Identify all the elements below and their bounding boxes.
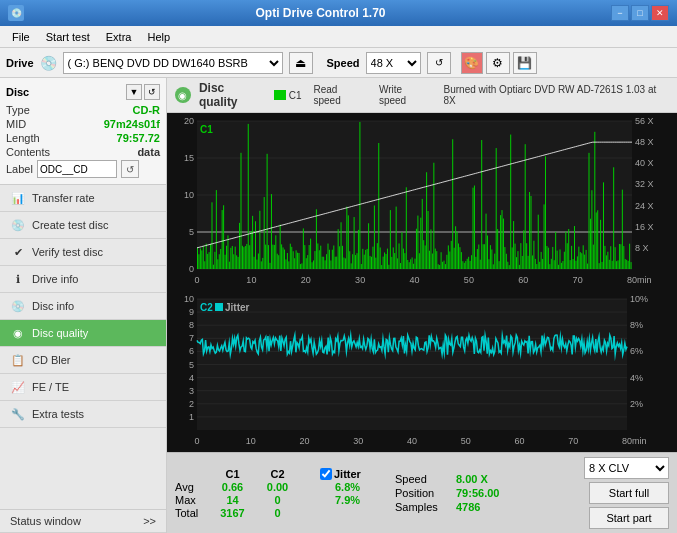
sidebar-item-label: CD Bler bbox=[32, 354, 71, 366]
refresh-speed-button[interactable]: ↺ bbox=[427, 52, 451, 74]
disc-menu-button[interactable]: ▼ bbox=[126, 84, 142, 100]
samples-value: 4786 bbox=[456, 501, 480, 513]
sidebar-menu: 📊 Transfer rate 💿 Create test disc ✔ Ver… bbox=[0, 185, 166, 428]
max-c1: 14 bbox=[210, 494, 255, 506]
titlebar: 💿 Opti Drive Control 1.70 − □ ✕ bbox=[0, 0, 677, 26]
write-speed-legend: Write speed bbox=[379, 84, 432, 106]
sidebar-item-label: Drive info bbox=[32, 273, 78, 285]
type-value: CD-R bbox=[133, 104, 161, 116]
save-button[interactable]: 💾 bbox=[513, 52, 537, 74]
speed-label: Speed bbox=[327, 57, 360, 69]
max-jitter: 7.9% bbox=[320, 494, 375, 506]
disc-refresh-button[interactable]: ↺ bbox=[144, 84, 160, 100]
label-label: Label bbox=[6, 163, 33, 175]
sidebar-item-label: Extra tests bbox=[32, 408, 84, 420]
length-value: 79:57.72 bbox=[117, 132, 160, 144]
drive-label: Drive bbox=[6, 57, 34, 69]
charts-area bbox=[167, 113, 677, 452]
sidebar-item-create-test-disc[interactable]: 💿 Create test disc bbox=[0, 212, 166, 239]
settings-button[interactable]: ⚙ bbox=[486, 52, 510, 74]
sidebar-item-label: Disc info bbox=[32, 300, 74, 312]
menu-start-test[interactable]: Start test bbox=[38, 29, 98, 45]
drive-icon: 💿 bbox=[40, 55, 57, 71]
sidebar-item-extra-tests[interactable]: 🔧 Extra tests bbox=[0, 401, 166, 428]
sidebar-item-disc-quality[interactable]: ◉ Disc quality bbox=[0, 320, 166, 347]
speed-info-value: 8.00 X bbox=[456, 473, 488, 485]
total-c1: 3167 bbox=[210, 507, 255, 519]
drive-select[interactable]: ( G:) BENQ DVD DD DW1640 BSRB bbox=[63, 52, 283, 74]
contents-label: Contents bbox=[6, 146, 50, 158]
jitter-header: Jitter bbox=[320, 468, 375, 480]
position-label: Position bbox=[395, 487, 450, 499]
transfer-rate-icon: 📊 bbox=[10, 190, 26, 206]
menu-extra[interactable]: Extra bbox=[98, 29, 140, 45]
sidebar: Disc ▼ ↺ Type CD-R MID 97m24s01f Length … bbox=[0, 78, 167, 533]
speed-clv-dropdown[interactable]: 8 X CLV bbox=[584, 457, 669, 479]
disc-quality-title: Disc quality bbox=[199, 81, 266, 109]
status-window-label: Status window bbox=[10, 515, 81, 527]
close-button[interactable]: ✕ bbox=[651, 5, 669, 21]
c1-header: C1 bbox=[210, 468, 255, 480]
sidebar-item-label: Transfer rate bbox=[32, 192, 95, 204]
menu-file[interactable]: File bbox=[4, 29, 38, 45]
speed-select[interactable]: 48 X bbox=[366, 52, 421, 74]
sidebar-item-disc-info[interactable]: 💿 Disc info bbox=[0, 293, 166, 320]
avg-jitter: 6.8% bbox=[320, 481, 375, 493]
speed-info-label: Speed bbox=[395, 473, 450, 485]
color-button[interactable]: 🎨 bbox=[461, 52, 483, 74]
verify-test-disc-icon: ✔ bbox=[10, 244, 26, 260]
sidebar-item-cd-bler[interactable]: 📋 CD Bler bbox=[0, 347, 166, 374]
sidebar-item-verify-test-disc[interactable]: ✔ Verify test disc bbox=[0, 239, 166, 266]
avg-c2: 0.00 bbox=[255, 481, 300, 493]
start-full-button[interactable]: Start full bbox=[589, 482, 669, 504]
app-icon: 💿 bbox=[8, 5, 24, 21]
contents-value: data bbox=[137, 146, 160, 158]
menubar: File Start test Extra Help bbox=[0, 26, 677, 48]
read-speed-legend: Read speed bbox=[313, 84, 366, 106]
disc-quality-header: ◉ Disc quality C1 Read speed Write speed… bbox=[167, 78, 677, 113]
eject-button[interactable]: ⏏ bbox=[289, 52, 313, 74]
menu-help[interactable]: Help bbox=[139, 29, 178, 45]
create-test-disc-icon: 💿 bbox=[10, 217, 26, 233]
total-label: Total bbox=[175, 507, 210, 519]
label-input[interactable] bbox=[37, 160, 117, 178]
type-label: Type bbox=[6, 104, 30, 116]
disc-info-icon: 💿 bbox=[10, 298, 26, 314]
c1-legend-label: C1 bbox=[289, 90, 302, 101]
disc-info-panel: Disc ▼ ↺ Type CD-R MID 97m24s01f Length … bbox=[0, 78, 166, 185]
disc-quality-header-icon: ◉ bbox=[175, 87, 191, 103]
sidebar-item-drive-info[interactable]: ℹ Drive info bbox=[0, 266, 166, 293]
c1-chart-canvas bbox=[167, 113, 677, 291]
c1-legend-color bbox=[274, 90, 286, 100]
extra-tests-icon: 🔧 bbox=[10, 406, 26, 422]
stats-table: C1 C2 Jitter Avg 0.66 0.00 6.8% bbox=[175, 468, 375, 519]
window-controls: − □ ✕ bbox=[611, 5, 669, 21]
c2-jitter-chart bbox=[167, 291, 677, 452]
sidebar-item-transfer-rate[interactable]: 📊 Transfer rate bbox=[0, 185, 166, 212]
c2-chart-canvas bbox=[167, 291, 677, 452]
status-window-arrow: >> bbox=[143, 515, 156, 527]
sidebar-item-label: FE / TE bbox=[32, 381, 69, 393]
max-c2: 0 bbox=[255, 494, 300, 506]
sidebar-item-label: Disc quality bbox=[32, 327, 88, 339]
max-label: Max bbox=[175, 494, 210, 506]
drive-info-icon: ℹ bbox=[10, 271, 26, 287]
c2-header: C2 bbox=[255, 468, 300, 480]
burned-info-legend: Burned with Optiarc DVD RW AD-7261S 1.03… bbox=[444, 84, 669, 106]
stats-bar: C1 C2 Jitter Avg 0.66 0.00 6.8% bbox=[167, 452, 677, 533]
sidebar-item-label: Create test disc bbox=[32, 219, 108, 231]
mid-value: 97m24s01f bbox=[104, 118, 160, 130]
status-window-button[interactable]: Status window >> bbox=[0, 510, 166, 533]
content-area: ◉ Disc quality C1 Read speed Write speed… bbox=[167, 78, 677, 533]
total-c2: 0 bbox=[255, 507, 300, 519]
avg-label: Avg bbox=[175, 481, 210, 493]
minimize-button[interactable]: − bbox=[611, 5, 629, 21]
samples-label: Samples bbox=[395, 501, 450, 513]
jitter-checkbox[interactable] bbox=[320, 468, 332, 480]
start-part-button[interactable]: Start part bbox=[589, 507, 669, 529]
disc-section-title: Disc bbox=[6, 86, 29, 98]
maximize-button[interactable]: □ bbox=[631, 5, 649, 21]
sidebar-item-fe-te[interactable]: 📈 FE / TE bbox=[0, 374, 166, 401]
dq-legend: C1 Read speed Write speed Burned with Op… bbox=[274, 84, 669, 106]
label-refresh-button[interactable]: ↺ bbox=[121, 160, 139, 178]
